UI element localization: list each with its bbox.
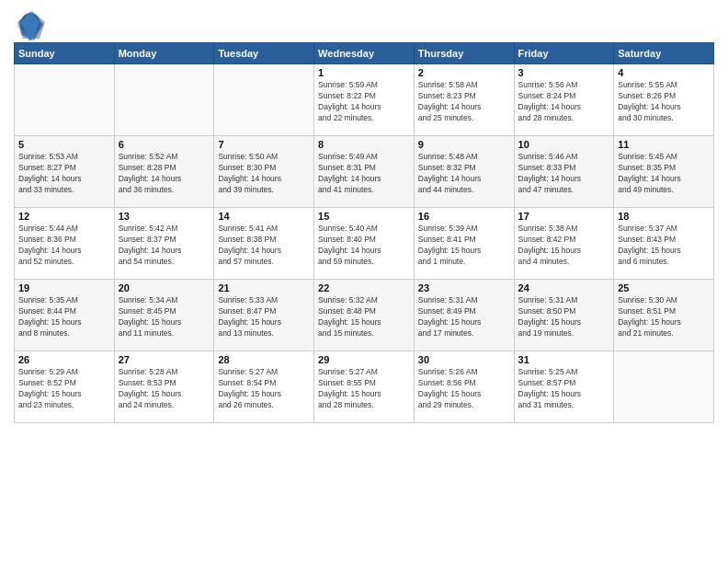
day-number: 16 bbox=[418, 211, 510, 222]
calendar-cell: 18Sunrise: 5:37 AM Sunset: 8:43 PM Dayli… bbox=[614, 208, 714, 280]
calendar-cell: 2Sunrise: 5:58 AM Sunset: 8:23 PM Daylig… bbox=[414, 64, 514, 136]
day-number: 7 bbox=[218, 139, 310, 150]
calendar-cell: 6Sunrise: 5:52 AM Sunset: 8:28 PM Daylig… bbox=[114, 136, 214, 208]
calendar-week-row: 19Sunrise: 5:35 AM Sunset: 8:44 PM Dayli… bbox=[15, 280, 714, 351]
weekday-header: Sunday bbox=[15, 43, 115, 64]
calendar-cell: 20Sunrise: 5:34 AM Sunset: 8:45 PM Dayli… bbox=[114, 280, 214, 351]
day-info: Sunrise: 5:46 AM Sunset: 8:33 PM Dayligh… bbox=[518, 152, 610, 196]
calendar-cell: 3Sunrise: 5:56 AM Sunset: 8:24 PM Daylig… bbox=[514, 64, 614, 136]
day-number: 28 bbox=[218, 354, 310, 365]
calendar-cell: 13Sunrise: 5:42 AM Sunset: 8:37 PM Dayli… bbox=[114, 208, 214, 280]
day-info: Sunrise: 5:34 AM Sunset: 8:45 PM Dayligh… bbox=[119, 295, 210, 339]
calendar-cell: 16Sunrise: 5:39 AM Sunset: 8:41 PM Dayli… bbox=[414, 208, 514, 280]
day-info: Sunrise: 5:45 AM Sunset: 8:35 PM Dayligh… bbox=[618, 152, 710, 196]
calendar-cell: 15Sunrise: 5:40 AM Sunset: 8:40 PM Dayli… bbox=[314, 208, 415, 280]
calendar-cell: 8Sunrise: 5:49 AM Sunset: 8:31 PM Daylig… bbox=[314, 136, 415, 208]
day-number: 1 bbox=[318, 67, 410, 78]
logo-icon bbox=[14, 9, 40, 35]
day-info: Sunrise: 5:35 AM Sunset: 8:44 PM Dayligh… bbox=[18, 295, 110, 339]
day-info: Sunrise: 5:30 AM Sunset: 8:51 PM Dayligh… bbox=[618, 295, 710, 339]
day-info: Sunrise: 5:27 AM Sunset: 8:55 PM Dayligh… bbox=[318, 367, 410, 411]
day-info: Sunrise: 5:41 AM Sunset: 8:38 PM Dayligh… bbox=[218, 224, 310, 268]
calendar-cell: 30Sunrise: 5:26 AM Sunset: 8:56 PM Dayli… bbox=[414, 351, 514, 423]
day-number: 20 bbox=[119, 282, 210, 293]
calendar-week-row: 1Sunrise: 5:59 AM Sunset: 8:22 PM Daylig… bbox=[15, 64, 714, 136]
day-info: Sunrise: 5:52 AM Sunset: 8:28 PM Dayligh… bbox=[119, 152, 210, 196]
calendar-cell bbox=[15, 64, 115, 136]
calendar-cell: 1Sunrise: 5:59 AM Sunset: 8:22 PM Daylig… bbox=[314, 64, 415, 136]
calendar-cell: 17Sunrise: 5:38 AM Sunset: 8:42 PM Dayli… bbox=[514, 208, 614, 280]
day-number: 30 bbox=[418, 354, 510, 365]
day-number: 5 bbox=[18, 139, 110, 150]
calendar-cell: 14Sunrise: 5:41 AM Sunset: 8:38 PM Dayli… bbox=[214, 208, 314, 280]
day-number: 29 bbox=[318, 354, 410, 365]
calendar-container: SundayMondayTuesdayWednesdayThursdayFrid… bbox=[0, 0, 728, 563]
day-info: Sunrise: 5:38 AM Sunset: 8:42 PM Dayligh… bbox=[518, 224, 610, 268]
calendar-cell: 22Sunrise: 5:32 AM Sunset: 8:48 PM Dayli… bbox=[314, 280, 415, 351]
day-info: Sunrise: 5:37 AM Sunset: 8:43 PM Dayligh… bbox=[618, 224, 710, 268]
calendar-cell: 10Sunrise: 5:46 AM Sunset: 8:33 PM Dayli… bbox=[514, 136, 614, 208]
weekday-header-row: SundayMondayTuesdayWednesdayThursdayFrid… bbox=[15, 43, 714, 64]
day-info: Sunrise: 5:42 AM Sunset: 8:37 PM Dayligh… bbox=[119, 224, 210, 268]
day-number: 18 bbox=[618, 211, 710, 222]
day-info: Sunrise: 5:40 AM Sunset: 8:40 PM Dayligh… bbox=[318, 224, 410, 268]
weekday-header: Monday bbox=[114, 43, 214, 64]
weekday-header: Wednesday bbox=[314, 43, 415, 64]
day-number: 13 bbox=[119, 211, 210, 222]
day-number: 2 bbox=[418, 67, 510, 78]
day-number: 10 bbox=[518, 139, 610, 150]
day-info: Sunrise: 5:31 AM Sunset: 8:49 PM Dayligh… bbox=[418, 295, 510, 339]
day-info: Sunrise: 5:50 AM Sunset: 8:30 PM Dayligh… bbox=[218, 152, 310, 196]
calendar-cell: 29Sunrise: 5:27 AM Sunset: 8:55 PM Dayli… bbox=[314, 351, 415, 423]
calendar-cell: 23Sunrise: 5:31 AM Sunset: 8:49 PM Dayli… bbox=[414, 280, 514, 351]
day-number: 21 bbox=[218, 282, 310, 293]
calendar-week-row: 26Sunrise: 5:29 AM Sunset: 8:52 PM Dayli… bbox=[15, 351, 714, 423]
calendar-cell: 7Sunrise: 5:50 AM Sunset: 8:30 PM Daylig… bbox=[214, 136, 314, 208]
weekday-header: Saturday bbox=[614, 43, 714, 64]
weekday-header: Tuesday bbox=[214, 43, 314, 64]
day-number: 26 bbox=[18, 354, 110, 365]
day-info: Sunrise: 5:31 AM Sunset: 8:50 PM Dayligh… bbox=[518, 295, 610, 339]
day-number: 27 bbox=[119, 354, 210, 365]
day-number: 12 bbox=[18, 211, 110, 222]
calendar-cell: 4Sunrise: 5:55 AM Sunset: 8:26 PM Daylig… bbox=[614, 64, 714, 136]
day-info: Sunrise: 5:58 AM Sunset: 8:23 PM Dayligh… bbox=[418, 80, 510, 124]
day-number: 8 bbox=[318, 139, 410, 150]
calendar-cell: 24Sunrise: 5:31 AM Sunset: 8:50 PM Dayli… bbox=[514, 280, 614, 351]
calendar-table: SundayMondayTuesdayWednesdayThursdayFrid… bbox=[14, 42, 714, 423]
calendar-cell: 5Sunrise: 5:53 AM Sunset: 8:27 PM Daylig… bbox=[15, 136, 115, 208]
calendar-cell bbox=[614, 351, 714, 423]
weekday-header: Friday bbox=[514, 43, 614, 64]
day-info: Sunrise: 5:29 AM Sunset: 8:52 PM Dayligh… bbox=[18, 367, 110, 411]
day-info: Sunrise: 5:26 AM Sunset: 8:56 PM Dayligh… bbox=[418, 367, 510, 411]
day-number: 11 bbox=[618, 139, 710, 150]
header bbox=[14, 9, 714, 35]
day-info: Sunrise: 5:56 AM Sunset: 8:24 PM Dayligh… bbox=[518, 80, 610, 124]
day-info: Sunrise: 5:27 AM Sunset: 8:54 PM Dayligh… bbox=[218, 367, 310, 411]
calendar-cell: 25Sunrise: 5:30 AM Sunset: 8:51 PM Dayli… bbox=[614, 280, 714, 351]
day-number: 22 bbox=[318, 282, 410, 293]
calendar-cell: 11Sunrise: 5:45 AM Sunset: 8:35 PM Dayli… bbox=[614, 136, 714, 208]
logo bbox=[14, 9, 41, 35]
day-number: 9 bbox=[418, 139, 510, 150]
day-info: Sunrise: 5:32 AM Sunset: 8:48 PM Dayligh… bbox=[318, 295, 410, 339]
day-info: Sunrise: 5:48 AM Sunset: 8:32 PM Dayligh… bbox=[418, 152, 510, 196]
day-info: Sunrise: 5:49 AM Sunset: 8:31 PM Dayligh… bbox=[318, 152, 410, 196]
day-number: 6 bbox=[119, 139, 210, 150]
calendar-cell: 21Sunrise: 5:33 AM Sunset: 8:47 PM Dayli… bbox=[214, 280, 314, 351]
calendar-week-row: 5Sunrise: 5:53 AM Sunset: 8:27 PM Daylig… bbox=[15, 136, 714, 208]
day-info: Sunrise: 5:28 AM Sunset: 8:53 PM Dayligh… bbox=[119, 367, 210, 411]
day-info: Sunrise: 5:59 AM Sunset: 8:22 PM Dayligh… bbox=[318, 80, 410, 124]
calendar-cell: 9Sunrise: 5:48 AM Sunset: 8:32 PM Daylig… bbox=[414, 136, 514, 208]
day-info: Sunrise: 5:39 AM Sunset: 8:41 PM Dayligh… bbox=[418, 224, 510, 268]
day-number: 31 bbox=[518, 354, 610, 365]
day-info: Sunrise: 5:53 AM Sunset: 8:27 PM Dayligh… bbox=[18, 152, 110, 196]
calendar-cell: 19Sunrise: 5:35 AM Sunset: 8:44 PM Dayli… bbox=[15, 280, 115, 351]
day-number: 15 bbox=[318, 211, 410, 222]
day-number: 4 bbox=[618, 67, 710, 78]
day-info: Sunrise: 5:55 AM Sunset: 8:26 PM Dayligh… bbox=[618, 80, 710, 124]
calendar-cell bbox=[114, 64, 214, 136]
day-number: 17 bbox=[518, 211, 610, 222]
day-number: 23 bbox=[418, 282, 510, 293]
day-info: Sunrise: 5:44 AM Sunset: 8:36 PM Dayligh… bbox=[18, 224, 110, 268]
